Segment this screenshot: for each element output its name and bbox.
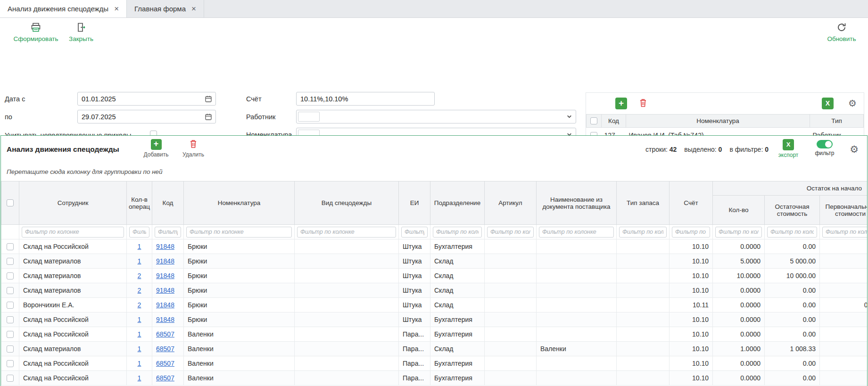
account-input[interactable]: [297, 92, 434, 105]
table-row[interactable]: Склад на Российской 1 68507 Валенки Пара…: [1, 371, 868, 386]
col-header-ops[interactable]: Кол-в операц: [127, 181, 152, 225]
ops-count-link[interactable]: 1: [138, 330, 141, 338]
filter-input-residual[interactable]: [767, 227, 817, 238]
cell-unit: Штука: [399, 269, 430, 283]
col-header-department[interactable]: Подразделение: [430, 181, 485, 225]
filter-input-stock-type[interactable]: [619, 227, 667, 238]
code-link[interactable]: 68507: [156, 330, 174, 338]
filter-input-initial[interactable]: [822, 227, 867, 238]
table-row[interactable]: Склад на Российской 1 68507 Валенки Пара…: [1, 356, 868, 371]
table-row[interactable]: Склад материалов 2 91848 Брюки Штука Скл…: [1, 269, 868, 283]
row-checkbox[interactable]: [7, 258, 14, 265]
table-row[interactable]: Склад материалов 1 91848 Брюки Штука Скл…: [1, 254, 868, 269]
col-header-supplier-name[interactable]: Наименование из документа поставщика: [537, 181, 617, 225]
filter-input-code[interactable]: [155, 227, 181, 238]
gear-icon[interactable]: ⚙: [850, 144, 859, 155]
code-link[interactable]: 91848: [156, 257, 174, 265]
code-link[interactable]: 68507: [156, 345, 174, 353]
export-button[interactable]: X экспорт: [776, 139, 801, 158]
add-row-button[interactable]: + Добавить: [142, 139, 170, 158]
col-header-initial[interactable]: Первоначальной стоимости: [820, 196, 868, 225]
row-checkbox[interactable]: [7, 243, 14, 250]
code-link[interactable]: 68507: [156, 360, 174, 367]
col-header-article[interactable]: Артикул: [485, 181, 537, 225]
ops-count-link[interactable]: 2: [138, 301, 141, 309]
code-link[interactable]: 68507: [156, 374, 174, 382]
col-header-residual[interactable]: Остаточная стоимость: [765, 196, 820, 225]
ops-count-link[interactable]: 2: [138, 272, 141, 279]
select-all-checkbox[interactable]: [7, 199, 14, 206]
ops-count-link[interactable]: 1: [138, 345, 141, 353]
filter-input-department[interactable]: [433, 227, 482, 238]
filter-input-article[interactable]: [487, 227, 534, 238]
col-header-code[interactable]: Код: [152, 181, 184, 225]
row-checkbox[interactable]: [7, 316, 14, 323]
table-row[interactable]: Склад на Российской 1 68507 Валенки Пара…: [1, 327, 868, 342]
col-header-unit[interactable]: ЕИ: [399, 181, 430, 225]
col-header-account[interactable]: Счёт: [670, 181, 713, 225]
row-checkbox[interactable]: [7, 302, 14, 309]
col-header-nomenclature[interactable]: Номенклатура: [184, 181, 295, 225]
ops-count-link[interactable]: 1: [138, 316, 141, 323]
filter-input-qty[interactable]: [715, 227, 762, 238]
table-row[interactable]: Склад материалов 1 68507 Валенки Пара...…: [1, 342, 868, 356]
row-checkbox[interactable]: [7, 375, 14, 382]
filter-input-kind[interactable]: [297, 227, 396, 238]
grouping-drop-zone[interactable]: Перетащите сюда колонку для группировки …: [1, 163, 867, 181]
header-checkbox[interactable]: [590, 117, 597, 124]
filter-input-unit[interactable]: [401, 227, 428, 238]
generate-button[interactable]: Сформировать: [12, 22, 59, 42]
close-form-button[interactable]: Закрыть: [69, 22, 93, 42]
code-link[interactable]: 91848: [156, 243, 174, 250]
filter-input-employee[interactable]: [22, 227, 124, 238]
date-from-input[interactable]: [78, 92, 205, 105]
ops-count-link[interactable]: 1: [138, 257, 141, 265]
delete-row-button[interactable]: Удалить: [181, 139, 206, 158]
row-checkbox[interactable]: [7, 331, 14, 338]
col-header-employee[interactable]: Сотрудник: [19, 181, 127, 225]
row-checkbox[interactable]: [7, 287, 14, 294]
worker-combobox[interactable]: [296, 110, 576, 123]
date-to-input[interactable]: [78, 110, 205, 123]
filter-input-supplier-name[interactable]: [539, 227, 614, 238]
chevron-down-icon[interactable]: [566, 114, 572, 120]
excel-export-icon[interactable]: X: [822, 98, 834, 109]
calendar-icon[interactable]: [205, 113, 212, 121]
toggle-on-icon[interactable]: [817, 140, 833, 148]
row-checkbox[interactable]: [7, 360, 14, 367]
cell-unit: Пара...: [399, 327, 430, 342]
tab-close-icon[interactable]: ×: [114, 5, 119, 13]
filter-input-account[interactable]: [672, 227, 710, 238]
code-link[interactable]: 91848: [156, 316, 174, 323]
tab-analysis[interactable]: Анализ движения спецодежды ×: [0, 0, 127, 17]
cell-qty: 0.0000: [713, 239, 765, 254]
ops-count-link[interactable]: 1: [138, 374, 141, 382]
row-checkbox[interactable]: [7, 345, 14, 353]
code-link[interactable]: 91848: [156, 272, 174, 279]
tab-main-form[interactable]: Главная форма ×: [127, 0, 204, 17]
filter-input-ops[interactable]: [129, 227, 149, 238]
delete-item-button[interactable]: [639, 98, 647, 109]
table-row[interactable]: Склад на Российской 1 91848 Брюки Штука …: [1, 239, 868, 254]
filter-toggle[interactable]: фильтр: [813, 140, 836, 156]
col-header-qty[interactable]: Кол-во: [713, 196, 765, 225]
worker-input[interactable]: [320, 110, 566, 123]
code-link[interactable]: 91848: [156, 301, 174, 309]
table-row[interactable]: Склад материалов 2 91848 Брюки Штука Скл…: [1, 283, 868, 298]
worker-code-input[interactable]: [298, 112, 320, 122]
gear-icon[interactable]: ⚙: [848, 98, 857, 109]
row-checkbox[interactable]: [7, 272, 14, 279]
add-item-button[interactable]: +: [615, 98, 627, 109]
col-header-stock-type[interactable]: Тип запаса: [617, 181, 670, 225]
ops-count-link[interactable]: 2: [138, 287, 141, 294]
filter-input-nomenclature[interactable]: [186, 227, 292, 238]
refresh-button[interactable]: Обновить: [826, 22, 857, 42]
tab-close-icon[interactable]: ×: [191, 5, 196, 13]
code-link[interactable]: 91848: [156, 287, 174, 294]
table-row[interactable]: Ворончихин Е.А. 2 91848 Брюки Штука Скла…: [1, 298, 868, 312]
ops-count-link[interactable]: 1: [138, 243, 141, 250]
calendar-icon[interactable]: [205, 95, 212, 103]
col-header-kind[interactable]: Вид спецодежды: [295, 181, 399, 225]
ops-count-link[interactable]: 1: [138, 360, 141, 367]
table-row[interactable]: Склад на Российской 1 91848 Брюки Штука …: [1, 312, 868, 327]
